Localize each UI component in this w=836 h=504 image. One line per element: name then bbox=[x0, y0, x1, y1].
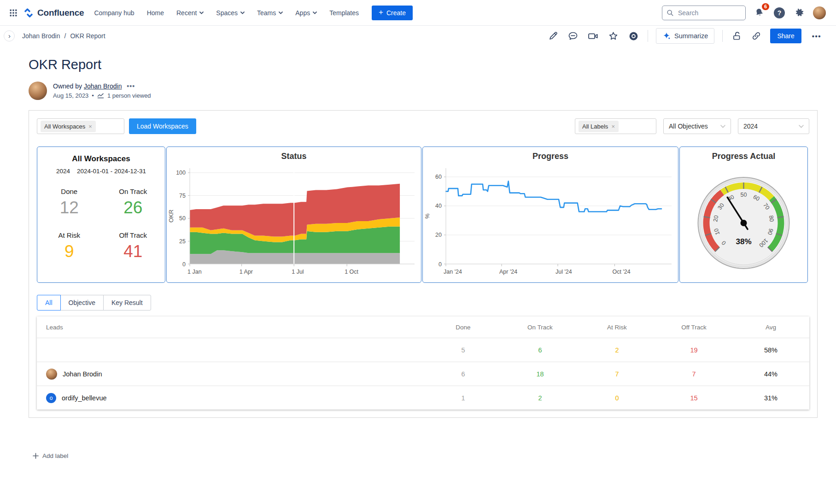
svg-text:Jul '24: Jul '24 bbox=[555, 269, 572, 275]
svg-text:100: 100 bbox=[176, 170, 186, 176]
cell-avg: 44% bbox=[732, 370, 809, 378]
cell-on-track: 6 bbox=[502, 346, 579, 354]
year-select[interactable]: 2024 bbox=[738, 118, 809, 134]
copy-link-button[interactable] bbox=[750, 30, 762, 42]
workspaces-filter-input[interactable]: All Workspaces × bbox=[37, 118, 124, 134]
watch-button[interactable] bbox=[627, 30, 640, 42]
plus-icon: + bbox=[379, 8, 383, 17]
edit-button[interactable] bbox=[547, 30, 559, 42]
add-label-button[interactable]: Add label bbox=[30, 452, 71, 460]
confluence-logo[interactable]: Confluence bbox=[23, 7, 84, 18]
cell-off-track: 19 bbox=[655, 346, 732, 354]
progress-actual-gauge-card: Progress Actual 010203040506070809010038… bbox=[679, 147, 808, 283]
svg-text:Jan '24: Jan '24 bbox=[444, 269, 462, 275]
link-icon bbox=[751, 31, 761, 41]
page-title: OKR Report bbox=[29, 57, 818, 72]
nav-item-templates[interactable]: Templates bbox=[329, 9, 359, 17]
byline-more-button[interactable]: ••• bbox=[127, 82, 135, 90]
metric-at-risk: At Risk9 bbox=[37, 231, 101, 261]
nav-item-recent[interactable]: Recent bbox=[176, 9, 204, 17]
nav-item-company-hub[interactable]: Company hub bbox=[94, 9, 134, 17]
summary-card-title: All Workspaces bbox=[37, 154, 165, 164]
summarize-label: Summarize bbox=[674, 32, 708, 40]
workspaces-chip-label: All Workspaces bbox=[44, 123, 85, 130]
load-workspaces-button[interactable]: Load Workspaces bbox=[129, 118, 196, 134]
toolbar-divider bbox=[722, 30, 723, 42]
search-icon bbox=[666, 9, 674, 17]
cell-at-risk: 2 bbox=[579, 346, 655, 354]
more-actions-button[interactable]: ••• bbox=[809, 32, 824, 41]
favorite-button[interactable] bbox=[607, 30, 620, 42]
objectives-select-value: All Objectives bbox=[669, 123, 708, 130]
breadcrumb-space-link[interactable]: Johan Brodin bbox=[22, 32, 60, 40]
svg-text:40: 40 bbox=[435, 203, 442, 209]
progress-chart-title: Progress bbox=[423, 147, 678, 164]
analytics-icon bbox=[97, 93, 104, 99]
cell-on-track: 18 bbox=[502, 370, 579, 378]
owner-link[interactable]: Johan Brodin bbox=[84, 82, 122, 90]
nav-item-teams[interactable]: Teams bbox=[257, 9, 283, 17]
search-box[interactable] bbox=[662, 6, 746, 20]
ellipsis-icon: ••• bbox=[812, 32, 821, 40]
lead-avatar: o bbox=[46, 393, 56, 403]
views-count[interactable]: 1 person viewed bbox=[107, 92, 151, 99]
objectives-select[interactable]: All Objectives bbox=[663, 118, 731, 134]
cell-off-track: 15 bbox=[655, 394, 732, 402]
table-row[interactable]: Johan Brodin6187744% bbox=[37, 362, 809, 386]
status-chart: 02550751001 Jan1 Apr1 Jul1 OctOKR bbox=[167, 164, 421, 281]
comments-button[interactable] bbox=[567, 30, 579, 42]
confluence-app: Confluence Company hubHomeRecentSpacesTe… bbox=[0, 0, 836, 461]
unlock-icon bbox=[731, 31, 742, 41]
grid-icon bbox=[9, 9, 18, 17]
chip-remove-icon[interactable]: × bbox=[88, 123, 92, 130]
owned-by-label: Owned by bbox=[53, 82, 82, 90]
create-button[interactable]: + Create bbox=[372, 6, 413, 20]
plus-icon bbox=[33, 453, 39, 459]
owner-avatar[interactable] bbox=[29, 82, 47, 100]
toolbar-divider bbox=[648, 30, 648, 42]
sidebar-expand-button[interactable]: › bbox=[4, 30, 15, 41]
cell-avg: 31% bbox=[732, 394, 809, 402]
restrictions-button[interactable] bbox=[731, 30, 742, 42]
lead-name: Johan Brodin bbox=[63, 370, 102, 378]
help-button[interactable]: ? bbox=[773, 6, 786, 19]
cell-avg: 58% bbox=[732, 346, 809, 354]
lead-avatar bbox=[46, 369, 57, 380]
settings-button[interactable] bbox=[793, 6, 806, 19]
tab-all[interactable]: All bbox=[37, 295, 61, 311]
table-row[interactable]: 5621958% bbox=[37, 338, 809, 362]
app-switcher-button[interactable] bbox=[6, 6, 20, 20]
metric-on-track: On Track26 bbox=[101, 188, 165, 217]
labels-filter-input[interactable]: All Labels × bbox=[575, 118, 656, 134]
svg-text:38%: 38% bbox=[736, 237, 751, 246]
nav-items: Company hubHomeRecentSpacesTeamsAppsTemp… bbox=[94, 9, 359, 17]
search-input[interactable] bbox=[677, 9, 737, 17]
nav-item-spaces[interactable]: Spaces bbox=[216, 9, 245, 17]
profile-avatar[interactable] bbox=[813, 6, 826, 19]
breadcrumb-page-link[interactable]: OKR Report bbox=[70, 32, 105, 40]
table-row[interactable]: oordify_bellevue1201531% bbox=[37, 386, 809, 410]
leads-table: LeadsDoneOn TrackAt RiskOff TrackAvg 562… bbox=[37, 316, 809, 410]
tab-objective[interactable]: Objective bbox=[60, 295, 104, 311]
nav-item-home[interactable]: Home bbox=[147, 9, 164, 17]
video-camera-icon bbox=[588, 31, 598, 41]
svg-text:0: 0 bbox=[182, 261, 186, 268]
view-tabs: AllObjectiveKey Result bbox=[37, 295, 809, 311]
comment-icon bbox=[568, 31, 578, 41]
svg-text:1 Oct: 1 Oct bbox=[345, 269, 358, 275]
chip-remove-icon[interactable]: × bbox=[611, 123, 615, 130]
ai-summarize-button[interactable]: Summarize bbox=[656, 28, 714, 44]
column-header-at-risk: At Risk bbox=[579, 324, 655, 331]
nav-item-apps[interactable]: Apps bbox=[295, 9, 317, 17]
notifications-button[interactable]: 6 bbox=[753, 6, 766, 19]
svg-text:0: 0 bbox=[438, 261, 442, 268]
share-button[interactable]: Share bbox=[770, 29, 801, 43]
svg-text:Apr '24: Apr '24 bbox=[499, 269, 517, 275]
sparkle-icon bbox=[662, 32, 671, 40]
column-header-leads: Leads bbox=[37, 324, 425, 331]
workspaces-chip: All Workspaces × bbox=[41, 121, 96, 132]
record-video-button[interactable] bbox=[587, 30, 599, 42]
tab-key-result[interactable]: Key Result bbox=[103, 295, 151, 311]
svg-text:20: 20 bbox=[435, 232, 442, 238]
svg-text:50: 50 bbox=[741, 192, 747, 198]
